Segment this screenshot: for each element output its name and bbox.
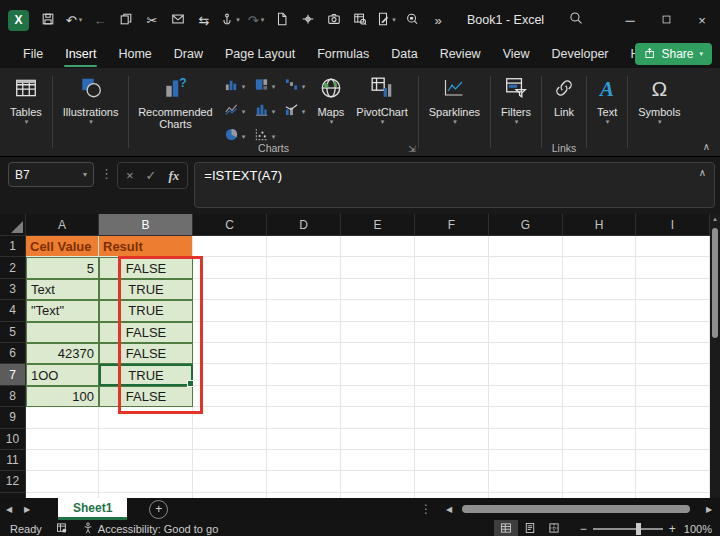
tab-home[interactable]: Home: [107, 40, 162, 68]
cell-F10[interactable]: [415, 429, 489, 450]
cell-H1[interactable]: [563, 236, 636, 257]
cell-I9[interactable]: [636, 407, 710, 428]
cell-E10[interactable]: [341, 429, 415, 450]
cell-G2[interactable]: [489, 257, 563, 278]
page-layout-view-button[interactable]: [518, 520, 542, 536]
cell-C12[interactable]: [193, 471, 267, 492]
cell-H8[interactable]: [563, 386, 636, 407]
insert-function-icon[interactable]: fx: [169, 168, 180, 184]
cell-A12[interactable]: [26, 471, 99, 492]
cell-A2[interactable]: 5: [26, 257, 99, 278]
cell-A8[interactable]: 100: [26, 386, 99, 407]
zoom-slider[interactable]: [593, 528, 663, 530]
row-header-12[interactable]: 12: [0, 471, 26, 492]
zoom-out-icon[interactable]: −: [580, 522, 587, 536]
cell-E12[interactable]: [341, 471, 415, 492]
cell-G6[interactable]: [489, 343, 563, 364]
vertical-scroll-thumb[interactable]: [712, 228, 718, 338]
cell-H9[interactable]: [563, 407, 636, 428]
cancel-icon[interactable]: ×: [126, 168, 134, 183]
select-all-corner[interactable]: [0, 214, 26, 236]
cell-C4[interactable]: [193, 300, 267, 321]
cell-C10[interactable]: [193, 429, 267, 450]
share-button[interactable]: Share ▾: [635, 43, 712, 65]
tab-split-handle-icon[interactable]: ⋮: [420, 502, 432, 516]
cell-G1[interactable]: [489, 236, 563, 257]
cell-I4[interactable]: [636, 300, 710, 321]
cell-B1[interactable]: Result: [99, 236, 193, 257]
scroll-right-icon[interactable]: ▶: [700, 505, 718, 514]
tables-button[interactable]: Tables ▾: [4, 72, 48, 128]
touch-mode-button[interactable]: ▾: [217, 7, 243, 33]
cell-C3[interactable]: [193, 279, 267, 300]
cell-I8[interactable]: [636, 386, 710, 407]
vertical-scrollbar[interactable]: ▲: [710, 214, 720, 498]
cell-E7[interactable]: [341, 364, 415, 385]
search-icon[interactable]: [556, 0, 596, 40]
cell-C1[interactable]: [193, 236, 267, 257]
cell-F12[interactable]: [415, 471, 489, 492]
collapse-formula-bar-icon[interactable]: ∧: [699, 167, 706, 178]
cell-D3[interactable]: [267, 279, 341, 300]
cell-D12[interactable]: [267, 471, 341, 492]
horizontal-scroll-thumb[interactable]: [462, 505, 690, 513]
cell-G8[interactable]: [489, 386, 563, 407]
row-header-4[interactable]: 4: [0, 300, 26, 321]
cell-G12[interactable]: [489, 471, 563, 492]
tab-formulas[interactable]: Formulas: [306, 40, 380, 68]
cell-A7[interactable]: 1OO: [26, 364, 99, 385]
tab-view[interactable]: View: [492, 40, 541, 68]
cell-H2[interactable]: [563, 257, 636, 278]
cell-F11[interactable]: [415, 450, 489, 471]
cell-E3[interactable]: [341, 279, 415, 300]
back-button[interactable]: ←: [87, 7, 113, 33]
cell-D8[interactable]: [267, 386, 341, 407]
cell-G7[interactable]: [489, 364, 563, 385]
cell-H3[interactable]: [563, 279, 636, 300]
sheet-view-button[interactable]: [347, 7, 373, 33]
minimize-button[interactable]: ─: [612, 0, 648, 40]
cell-E1[interactable]: [341, 236, 415, 257]
cell-A10[interactable]: [26, 429, 99, 450]
collapse-ribbon-icon[interactable]: ∧: [703, 141, 710, 152]
cell-I3[interactable]: [636, 279, 710, 300]
cell-E11[interactable]: [341, 450, 415, 471]
protect-search-button[interactable]: [399, 7, 425, 33]
excel-logo-icon[interactable]: X: [8, 10, 29, 31]
cell-F5[interactable]: [415, 322, 489, 343]
cell-I12[interactable]: [636, 471, 710, 492]
treemap-chart-button[interactable]: ▾: [249, 74, 279, 99]
histogram-chart-button[interactable]: ▾: [249, 99, 279, 124]
cell-I11[interactable]: [636, 450, 710, 471]
column-header-G[interactable]: G: [489, 214, 563, 236]
center-anchor-button[interactable]: [295, 7, 321, 33]
macro-record-icon[interactable]: [56, 522, 68, 536]
cell-F7[interactable]: [415, 364, 489, 385]
cell-B11[interactable]: [99, 450, 193, 471]
cell-E9[interactable]: [341, 407, 415, 428]
email-button[interactable]: [165, 7, 191, 33]
cell-E2[interactable]: [341, 257, 415, 278]
column-header-D[interactable]: D: [267, 214, 341, 236]
cell-C11[interactable]: [193, 450, 267, 471]
next-sheet-icon[interactable]: ▶: [18, 505, 36, 514]
symbols-button[interactable]: Ω Symbols ▾: [632, 72, 686, 128]
cell-H4[interactable]: [563, 300, 636, 321]
tab-insert[interactable]: Insert: [54, 40, 107, 68]
cell-G10[interactable]: [489, 429, 563, 450]
row-header-5[interactable]: 5: [0, 322, 26, 343]
cell-E5[interactable]: [341, 322, 415, 343]
cell-H6[interactable]: [563, 343, 636, 364]
column-header-E[interactable]: E: [341, 214, 415, 236]
enter-check-icon[interactable]: ✓: [146, 168, 157, 183]
row-header-7[interactable]: 7: [0, 364, 26, 385]
column-header-C[interactable]: C: [193, 214, 267, 236]
normal-view-button[interactable]: [494, 520, 518, 536]
cell-F8[interactable]: [415, 386, 489, 407]
cell-A5[interactable]: [26, 322, 99, 343]
cell-F2[interactable]: [415, 257, 489, 278]
maximize-button[interactable]: [648, 0, 684, 40]
save-button[interactable]: [35, 7, 61, 33]
copy-button[interactable]: [113, 7, 139, 33]
row-header-8[interactable]: 8: [0, 386, 26, 407]
